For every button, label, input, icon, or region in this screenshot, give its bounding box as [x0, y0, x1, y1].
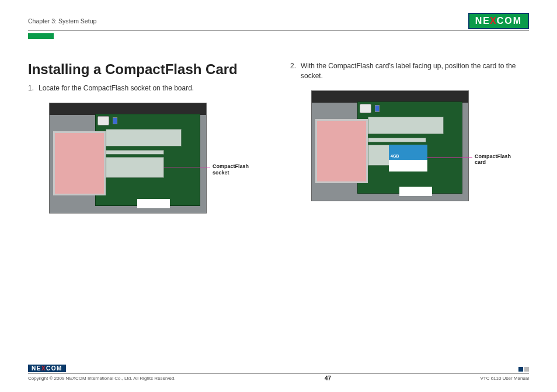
page-number: 47 [325, 375, 331, 382]
figure-2: 4GB CompactFlash card [311, 90, 510, 201]
header-accent-tab [28, 33, 54, 39]
step-2: 2. With the CompactFlash card's label fa… [290, 61, 529, 81]
left-column: Installing a CompactFlash Card 1. Locate… [28, 61, 267, 214]
callout-line-2 [427, 158, 472, 158]
figure-1: CompactFlash socket [49, 103, 248, 214]
callout-1-line2: socket [213, 170, 229, 176]
footer-squares-icon [518, 367, 529, 372]
page-footer: NEXCOM Copyright © 2009 NEXCOM Internati… [28, 362, 529, 382]
step-2-text: With the CompactFlash card's label facin… [301, 61, 529, 81]
footer-logo-right: COM [46, 365, 62, 372]
board-photo-1 [49, 103, 207, 214]
brand-logo: NEXCOM [468, 13, 529, 29]
board-photo-2: 4GB [311, 90, 469, 201]
chapter-label: Chapter 3: System Setup [28, 18, 96, 24]
callout-2-line1: CompactFlash [475, 153, 511, 159]
callout-2: CompactFlash card [475, 153, 516, 166]
copyright-text: Copyright © 2009 NEXCOM International Co… [28, 376, 176, 381]
callout-line-1 [163, 167, 210, 167]
right-column: 2. With the CompactFlash card's label fa… [290, 61, 529, 214]
step-1: 1. Locate for the CompactFlash socket on… [28, 83, 267, 93]
step-1-number: 1. [28, 83, 34, 93]
page-header: Chapter 3: System Setup NEXCOM [28, 13, 529, 31]
step-1-text: Locate for the CompactFlash socket on th… [39, 83, 194, 93]
step-2-number: 2. [290, 61, 296, 81]
callout-2-line2: card [475, 159, 486, 165]
section-title: Installing a CompactFlash Card [28, 61, 267, 78]
callout-1-line1: CompactFlash [213, 163, 249, 169]
content-area: Installing a CompactFlash Card 1. Locate… [28, 61, 529, 214]
footer-logo: NEXCOM [28, 365, 66, 372]
logo-text-left: NE [475, 16, 490, 26]
logo-text-right: COM [497, 16, 522, 26]
footer-logo-left: NE [32, 365, 41, 372]
cf-capacity-label: 4GB [391, 154, 399, 158]
footer-logo-x: X [41, 365, 46, 372]
manual-name: VTC 6110 User Manual [480, 376, 529, 381]
callout-1: CompactFlash socket [213, 163, 253, 176]
